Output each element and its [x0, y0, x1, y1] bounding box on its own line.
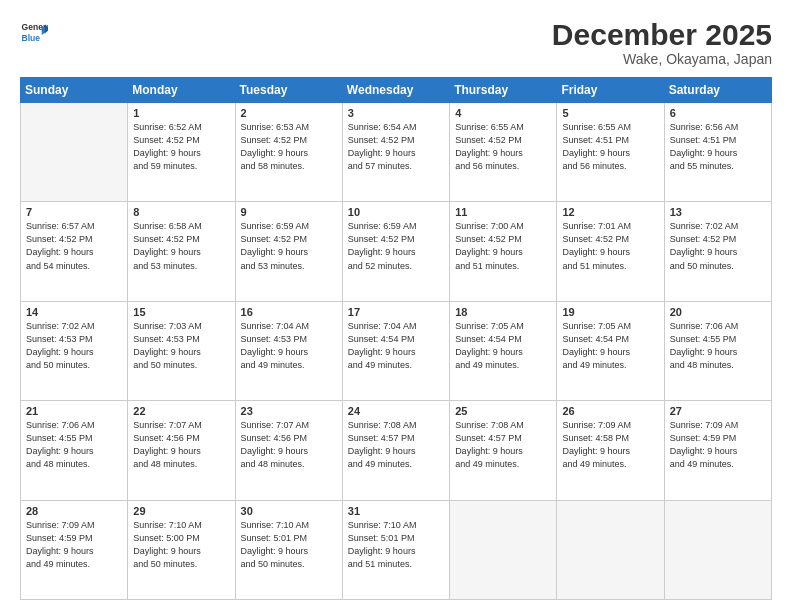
day-info: Sunrise: 6:59 AM Sunset: 4:52 PM Dayligh…	[348, 220, 444, 272]
header: General Blue December 2025 Wake, Okayama…	[20, 18, 772, 67]
calendar-cell: 25Sunrise: 7:08 AM Sunset: 4:57 PM Dayli…	[450, 401, 557, 500]
day-number: 10	[348, 206, 444, 218]
calendar-cell: 21Sunrise: 7:06 AM Sunset: 4:55 PM Dayli…	[21, 401, 128, 500]
day-info: Sunrise: 6:55 AM Sunset: 4:51 PM Dayligh…	[562, 121, 658, 173]
title-block: December 2025 Wake, Okayama, Japan	[552, 18, 772, 67]
week-row-2: 14Sunrise: 7:02 AM Sunset: 4:53 PM Dayli…	[21, 301, 772, 400]
calendar-cell: 1Sunrise: 6:52 AM Sunset: 4:52 PM Daylig…	[128, 103, 235, 202]
calendar-cell: 19Sunrise: 7:05 AM Sunset: 4:54 PM Dayli…	[557, 301, 664, 400]
calendar-cell: 3Sunrise: 6:54 AM Sunset: 4:52 PM Daylig…	[342, 103, 449, 202]
logo-icon: General Blue	[20, 18, 48, 46]
day-info: Sunrise: 7:06 AM Sunset: 4:55 PM Dayligh…	[670, 320, 766, 372]
day-header-monday: Monday	[128, 78, 235, 103]
day-number: 11	[455, 206, 551, 218]
calendar-cell: 26Sunrise: 7:09 AM Sunset: 4:58 PM Dayli…	[557, 401, 664, 500]
day-info: Sunrise: 6:55 AM Sunset: 4:52 PM Dayligh…	[455, 121, 551, 173]
day-info: Sunrise: 7:02 AM Sunset: 4:53 PM Dayligh…	[26, 320, 122, 372]
day-info: Sunrise: 6:56 AM Sunset: 4:51 PM Dayligh…	[670, 121, 766, 173]
logo: General Blue	[20, 18, 48, 46]
calendar-cell: 29Sunrise: 7:10 AM Sunset: 5:00 PM Dayli…	[128, 500, 235, 599]
day-number: 18	[455, 306, 551, 318]
header-row: SundayMondayTuesdayWednesdayThursdayFrid…	[21, 78, 772, 103]
calendar-cell: 15Sunrise: 7:03 AM Sunset: 4:53 PM Dayli…	[128, 301, 235, 400]
day-info: Sunrise: 7:09 AM Sunset: 4:59 PM Dayligh…	[26, 519, 122, 571]
calendar-table: SundayMondayTuesdayWednesdayThursdayFrid…	[20, 77, 772, 600]
day-number: 28	[26, 505, 122, 517]
day-number: 25	[455, 405, 551, 417]
day-header-thursday: Thursday	[450, 78, 557, 103]
calendar-cell: 2Sunrise: 6:53 AM Sunset: 4:52 PM Daylig…	[235, 103, 342, 202]
calendar-cell	[664, 500, 771, 599]
calendar-cell: 28Sunrise: 7:09 AM Sunset: 4:59 PM Dayli…	[21, 500, 128, 599]
day-number: 21	[26, 405, 122, 417]
svg-text:Blue: Blue	[22, 33, 41, 43]
day-number: 1	[133, 107, 229, 119]
day-info: Sunrise: 7:04 AM Sunset: 4:54 PM Dayligh…	[348, 320, 444, 372]
day-header-sunday: Sunday	[21, 78, 128, 103]
day-number: 23	[241, 405, 337, 417]
day-header-wednesday: Wednesday	[342, 78, 449, 103]
calendar-cell: 30Sunrise: 7:10 AM Sunset: 5:01 PM Dayli…	[235, 500, 342, 599]
calendar-cell: 7Sunrise: 6:57 AM Sunset: 4:52 PM Daylig…	[21, 202, 128, 301]
calendar-page: General Blue December 2025 Wake, Okayama…	[0, 0, 792, 612]
day-info: Sunrise: 6:54 AM Sunset: 4:52 PM Dayligh…	[348, 121, 444, 173]
day-info: Sunrise: 6:52 AM Sunset: 4:52 PM Dayligh…	[133, 121, 229, 173]
day-info: Sunrise: 7:09 AM Sunset: 4:59 PM Dayligh…	[670, 419, 766, 471]
calendar-cell: 4Sunrise: 6:55 AM Sunset: 4:52 PM Daylig…	[450, 103, 557, 202]
day-number: 20	[670, 306, 766, 318]
day-info: Sunrise: 6:59 AM Sunset: 4:52 PM Dayligh…	[241, 220, 337, 272]
calendar-cell: 20Sunrise: 7:06 AM Sunset: 4:55 PM Dayli…	[664, 301, 771, 400]
day-info: Sunrise: 7:08 AM Sunset: 4:57 PM Dayligh…	[455, 419, 551, 471]
day-number: 19	[562, 306, 658, 318]
day-info: Sunrise: 7:04 AM Sunset: 4:53 PM Dayligh…	[241, 320, 337, 372]
calendar-cell: 12Sunrise: 7:01 AM Sunset: 4:52 PM Dayli…	[557, 202, 664, 301]
calendar-cell: 27Sunrise: 7:09 AM Sunset: 4:59 PM Dayli…	[664, 401, 771, 500]
day-info: Sunrise: 7:10 AM Sunset: 5:01 PM Dayligh…	[241, 519, 337, 571]
day-info: Sunrise: 7:09 AM Sunset: 4:58 PM Dayligh…	[562, 419, 658, 471]
calendar-cell: 31Sunrise: 7:10 AM Sunset: 5:01 PM Dayli…	[342, 500, 449, 599]
day-info: Sunrise: 7:10 AM Sunset: 5:00 PM Dayligh…	[133, 519, 229, 571]
week-row-0: 1Sunrise: 6:52 AM Sunset: 4:52 PM Daylig…	[21, 103, 772, 202]
day-number: 31	[348, 505, 444, 517]
day-number: 7	[26, 206, 122, 218]
day-number: 22	[133, 405, 229, 417]
day-info: Sunrise: 7:06 AM Sunset: 4:55 PM Dayligh…	[26, 419, 122, 471]
calendar-cell: 11Sunrise: 7:00 AM Sunset: 4:52 PM Dayli…	[450, 202, 557, 301]
day-info: Sunrise: 6:58 AM Sunset: 4:52 PM Dayligh…	[133, 220, 229, 272]
day-number: 17	[348, 306, 444, 318]
calendar-cell: 9Sunrise: 6:59 AM Sunset: 4:52 PM Daylig…	[235, 202, 342, 301]
calendar-cell: 8Sunrise: 6:58 AM Sunset: 4:52 PM Daylig…	[128, 202, 235, 301]
day-info: Sunrise: 7:03 AM Sunset: 4:53 PM Dayligh…	[133, 320, 229, 372]
day-number: 30	[241, 505, 337, 517]
day-number: 27	[670, 405, 766, 417]
day-number: 12	[562, 206, 658, 218]
calendar-cell: 6Sunrise: 6:56 AM Sunset: 4:51 PM Daylig…	[664, 103, 771, 202]
month-title: December 2025	[552, 18, 772, 51]
day-number: 2	[241, 107, 337, 119]
day-header-tuesday: Tuesday	[235, 78, 342, 103]
day-number: 13	[670, 206, 766, 218]
week-row-3: 21Sunrise: 7:06 AM Sunset: 4:55 PM Dayli…	[21, 401, 772, 500]
day-number: 24	[348, 405, 444, 417]
day-header-friday: Friday	[557, 78, 664, 103]
day-number: 6	[670, 107, 766, 119]
week-row-4: 28Sunrise: 7:09 AM Sunset: 4:59 PM Dayli…	[21, 500, 772, 599]
location-title: Wake, Okayama, Japan	[552, 51, 772, 67]
day-info: Sunrise: 7:10 AM Sunset: 5:01 PM Dayligh…	[348, 519, 444, 571]
day-info: Sunrise: 7:02 AM Sunset: 4:52 PM Dayligh…	[670, 220, 766, 272]
calendar-cell: 10Sunrise: 6:59 AM Sunset: 4:52 PM Dayli…	[342, 202, 449, 301]
day-info: Sunrise: 7:07 AM Sunset: 4:56 PM Dayligh…	[241, 419, 337, 471]
day-number: 14	[26, 306, 122, 318]
day-info: Sunrise: 6:57 AM Sunset: 4:52 PM Dayligh…	[26, 220, 122, 272]
day-number: 26	[562, 405, 658, 417]
calendar-cell	[557, 500, 664, 599]
day-number: 29	[133, 505, 229, 517]
day-number: 8	[133, 206, 229, 218]
week-row-1: 7Sunrise: 6:57 AM Sunset: 4:52 PM Daylig…	[21, 202, 772, 301]
day-info: Sunrise: 7:01 AM Sunset: 4:52 PM Dayligh…	[562, 220, 658, 272]
calendar-cell: 17Sunrise: 7:04 AM Sunset: 4:54 PM Dayli…	[342, 301, 449, 400]
calendar-cell: 22Sunrise: 7:07 AM Sunset: 4:56 PM Dayli…	[128, 401, 235, 500]
calendar-cell: 24Sunrise: 7:08 AM Sunset: 4:57 PM Dayli…	[342, 401, 449, 500]
day-number: 3	[348, 107, 444, 119]
day-number: 15	[133, 306, 229, 318]
